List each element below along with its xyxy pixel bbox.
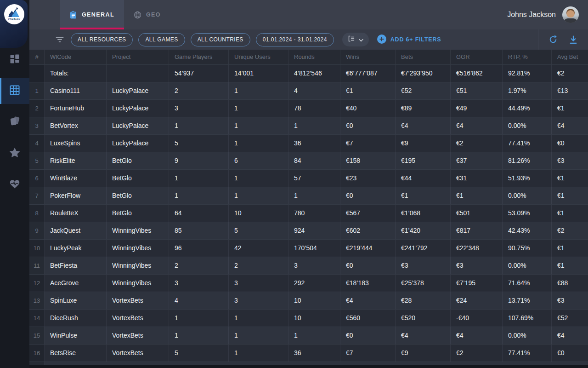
cell-num bbox=[29, 65, 45, 82]
cell-num: 11 bbox=[29, 257, 45, 274]
cell-ggr: €51 bbox=[451, 82, 503, 99]
cell-project: WinningVibes bbox=[107, 275, 169, 292]
column-header-bets[interactable]: Bets bbox=[396, 50, 451, 64]
user-menu[interactable]: Johns Jackson bbox=[507, 0, 588, 29]
cell-bets: €52 bbox=[396, 82, 451, 99]
resources-filter-pill[interactable]: ALL RESOURCES bbox=[71, 33, 133, 46]
countries-filter-pill[interactable]: ALL COUNTRIES bbox=[191, 33, 250, 46]
column-header-project[interactable]: Project bbox=[107, 50, 169, 64]
table-row: 13SpinLuxeVortexBets4310€4€28€2413.71%€3 bbox=[29, 292, 588, 309]
add-filters-button[interactable]: ADD 6+ FILTERS bbox=[377, 34, 441, 45]
table-row-partial bbox=[29, 362, 588, 365]
cell-wlcode: RouletteX bbox=[45, 205, 107, 222]
column-header-ggr[interactable]: GGR bbox=[451, 50, 503, 64]
date-range-pill[interactable]: 01.01.2024 - 31.01.2024 bbox=[256, 33, 334, 46]
sidebar-item-health[interactable] bbox=[0, 172, 29, 198]
cell-wins: €567 bbox=[340, 205, 396, 222]
cell-rtp: 77.41% bbox=[503, 345, 552, 362]
cell-unique_users: 1 bbox=[229, 187, 288, 204]
cell-project: BetGlo bbox=[107, 152, 169, 169]
cell-rounds: 78 bbox=[288, 100, 340, 117]
cell-wins: €219’444 bbox=[340, 240, 396, 257]
cell-rounds: 4’812’546 bbox=[288, 65, 340, 82]
cell-wlcode: JackQuest bbox=[45, 222, 107, 239]
cell-game_players: 1 bbox=[169, 187, 229, 204]
cell-project: LuckyPalace bbox=[107, 135, 169, 152]
column-header-wins[interactable]: Wins bbox=[340, 50, 396, 64]
cell-wlcode: SpinLuxe bbox=[45, 292, 107, 309]
cell-wlcode: Totals: bbox=[45, 65, 107, 82]
download-button[interactable] bbox=[563, 29, 583, 50]
sidebar-item-reports[interactable] bbox=[0, 78, 29, 104]
list-settings-icon bbox=[348, 35, 355, 44]
cell-ggr: €49 bbox=[451, 100, 503, 117]
cell-ggr: €24 bbox=[451, 292, 503, 309]
cell-project: BetGlo bbox=[107, 205, 169, 222]
sidebar-item-dashboard[interactable] bbox=[0, 47, 29, 73]
column-header-rtp[interactable]: RTP, % bbox=[503, 50, 552, 64]
cell-game_players: 5 bbox=[169, 135, 229, 152]
table-grid-icon bbox=[9, 85, 20, 98]
cell-wlcode: LuckyPeak bbox=[45, 240, 107, 257]
cell-ggr: €2 bbox=[451, 135, 503, 152]
cell-num: 8 bbox=[29, 205, 45, 222]
cell-ggr: €4 bbox=[451, 117, 503, 134]
cell-rtp: 0.00% bbox=[503, 117, 552, 134]
tab-bar: GENERAL GEO bbox=[60, 0, 170, 29]
cell-wlcode: WinBlaze bbox=[45, 170, 107, 187]
cell-wlcode: AceGrove bbox=[45, 275, 107, 292]
cell-avg_bet: €1 bbox=[552, 205, 588, 222]
cell-ggr: €817 bbox=[451, 222, 503, 239]
column-header-rounds[interactable]: Rounds bbox=[288, 50, 340, 64]
cell-num: 13 bbox=[29, 292, 45, 309]
cell-rtp: 77.41% bbox=[503, 135, 552, 152]
cell-project: BetGlo bbox=[107, 187, 169, 204]
cell-wins: €4 bbox=[340, 292, 396, 309]
cell-rtp: 92.81% bbox=[503, 65, 552, 82]
logo-text: COMPANY bbox=[8, 18, 21, 21]
cell-bets: €25’378 bbox=[396, 275, 451, 292]
column-header-wlcode[interactable]: WlCode bbox=[45, 50, 107, 64]
cell-wins: €560 bbox=[340, 310, 396, 327]
avatar[interactable] bbox=[562, 6, 579, 23]
cell-avg_bet: €88 bbox=[552, 275, 588, 292]
cell-rtp: 90.75% bbox=[503, 240, 552, 257]
cell-wlcode: BetVortex bbox=[45, 117, 107, 134]
column-header-game_players[interactable]: Game Players bbox=[169, 50, 229, 64]
cell-avg_bet: €2 bbox=[552, 222, 588, 239]
cell-wins: €0 bbox=[340, 327, 396, 344]
table-row: 8RouletteXBetGlo6410780€567€1’068€50153.… bbox=[29, 204, 588, 222]
sidebar-item-favorites[interactable] bbox=[0, 141, 29, 167]
view-settings-dropdown[interactable] bbox=[342, 33, 369, 46]
cell-ggr: €31 bbox=[451, 170, 503, 187]
cell-wlcode: WinPulse bbox=[45, 327, 107, 344]
cell-avg_bet: €52 bbox=[552, 310, 588, 327]
dashboard-icon bbox=[10, 54, 20, 66]
topbar: GENERAL GEO Johns Jackson bbox=[0, 0, 588, 29]
cell-bets: €4 bbox=[396, 327, 451, 344]
games-filter-pill[interactable]: ALL GAMES bbox=[138, 33, 185, 46]
column-header-num[interactable]: # bbox=[29, 50, 45, 64]
cell-wins: €23 bbox=[340, 170, 396, 187]
tab-general[interactable]: GENERAL bbox=[60, 0, 124, 29]
cell-wins: €0 bbox=[340, 187, 396, 204]
cell-game_players: 1 bbox=[169, 310, 229, 327]
cell-avg_bet: €1 bbox=[552, 240, 588, 257]
tab-geo[interactable]: GEO bbox=[124, 0, 170, 29]
filter-funnel-icon[interactable] bbox=[55, 35, 64, 44]
cell-ggr: -€40 bbox=[451, 310, 503, 327]
cell-bets: €9 bbox=[396, 345, 451, 362]
refresh-button[interactable] bbox=[543, 29, 563, 50]
cell-unique_users: 3 bbox=[229, 292, 288, 309]
sidebar-item-cards[interactable] bbox=[0, 109, 29, 135]
cell-project: LuckyPalace bbox=[107, 100, 169, 117]
horizontal-scrollbar[interactable] bbox=[29, 365, 588, 368]
cell-unique_users: 1 bbox=[229, 327, 288, 344]
cell-game_players: 1 bbox=[169, 170, 229, 187]
cell-rtp: 0.00% bbox=[503, 257, 552, 274]
column-header-avg_bet[interactable]: Avg Bet bbox=[552, 50, 588, 64]
cell-wins: €7 bbox=[340, 135, 396, 152]
cell-num: 2 bbox=[29, 100, 45, 117]
cell-unique_users: 1 bbox=[229, 135, 288, 152]
column-header-unique_users[interactable]: Unique Users bbox=[229, 50, 288, 64]
